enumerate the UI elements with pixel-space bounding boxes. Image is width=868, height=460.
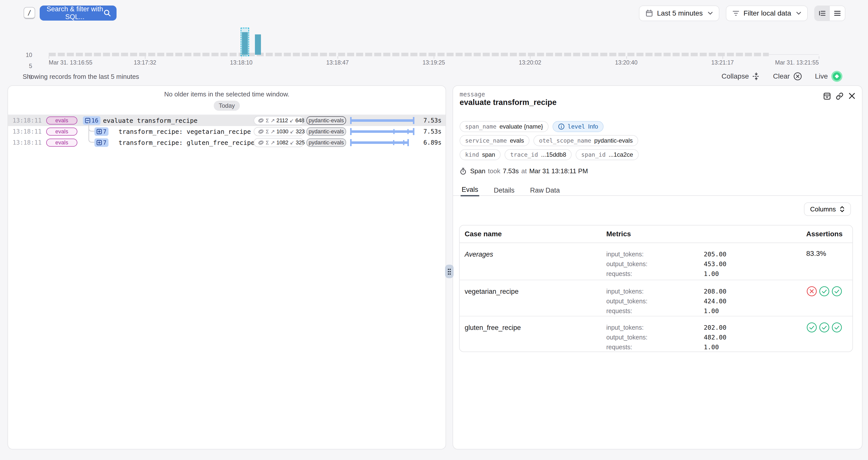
chevron-down-icon xyxy=(796,11,801,15)
filter-select[interactable]: Filter local data xyxy=(726,5,808,21)
span-word: Span xyxy=(470,167,486,175)
metric-label: input_tokens: xyxy=(606,324,704,334)
scope-tag[interactable]: pydantic-evals xyxy=(306,116,346,125)
tree-connector xyxy=(88,122,94,143)
attribute-pill-span-name[interactable]: span_name evaluate {name} xyxy=(460,121,549,132)
attr-key: span_name xyxy=(465,123,497,130)
clear-label: Clear xyxy=(773,72,790,80)
assertion-pass-icon[interactable] xyxy=(819,286,830,297)
span-name: transform_recipe: vegetarian_recipe xyxy=(119,128,251,135)
evals-table: Case name Metrics Assertions Averages in… xyxy=(459,225,853,352)
child-count: 7 xyxy=(103,128,106,135)
service-tag[interactable]: evals xyxy=(46,128,78,136)
zero-baseline-dashes xyxy=(49,53,769,56)
service-tag[interactable]: evals xyxy=(46,117,78,125)
panel-resize-handle[interactable] xyxy=(445,265,454,278)
assertion-pass-icon[interactable] xyxy=(831,286,842,297)
eval-row[interactable]: Averages input_tokens:205.00 output_toke… xyxy=(460,243,852,280)
eval-row[interactable]: gluten_free_recipe input_tokens:202.00 o… xyxy=(460,316,852,353)
info-icon xyxy=(558,123,565,130)
metric-label: requests: xyxy=(606,343,704,353)
sigma-icon: Σ xyxy=(266,129,269,135)
clear-button[interactable]: Clear xyxy=(773,72,802,80)
trace-row[interactable]: 13:18:11 evals 16 evaluate transform_rec… xyxy=(8,115,445,126)
service-tag[interactable]: evals xyxy=(46,139,78,146)
tokens-down-value: 648 xyxy=(296,117,304,124)
x-tick-mark xyxy=(434,56,434,59)
row-timestamp: 13:18:11 xyxy=(12,139,42,146)
tab-evals[interactable]: Evals xyxy=(461,184,479,196)
collapse-button[interactable]: Collapse xyxy=(721,72,760,80)
attribute-pill-service-name[interactable]: service_name evals xyxy=(460,135,529,146)
scope-tag[interactable]: pydantic-evals xyxy=(306,138,346,147)
metrics-cell: input_tokens:208.00 output_tokens:424.00… xyxy=(606,288,726,317)
tab-raw-data[interactable]: Raw Data xyxy=(529,184,561,196)
case-name: Averages xyxy=(465,251,493,258)
detail-title: evaluate transform_recipe xyxy=(460,98,557,107)
baseline-extension xyxy=(769,54,819,55)
x-tick-mark xyxy=(530,56,530,59)
search-button[interactable]: Search & filter with SQL... xyxy=(40,5,117,21)
metric-label: requests: xyxy=(606,307,704,317)
columns-label: Columns xyxy=(810,205,836,213)
x-tick-label: 13:18:10 xyxy=(230,59,253,66)
collapse-icon xyxy=(752,72,760,80)
histogram-bar[interactable] xyxy=(255,34,261,55)
duration-gantt-bar xyxy=(350,139,409,146)
close-icon[interactable] xyxy=(848,92,856,100)
tab-details[interactable]: Details xyxy=(493,184,516,196)
assertion-pass-icon[interactable] xyxy=(806,322,817,333)
columns-button[interactable]: Columns xyxy=(804,202,851,216)
token-stats-pill: Σ ↗ 2112 ↙ 648 xyxy=(254,116,304,125)
token-stats-pill: Σ ↗ 1082 ↙ 325 xyxy=(254,138,304,147)
level-badge[interactable]: level Info xyxy=(553,121,603,132)
slash-shortcut-key: / xyxy=(24,7,35,19)
live-button[interactable]: Live xyxy=(815,71,842,82)
tree-view-toggle[interactable] xyxy=(815,6,830,21)
span-duration-summary: Span took 7.53s at Mar 31 13:18:11 PM xyxy=(460,167,588,175)
copy-link-icon[interactable] xyxy=(836,92,843,100)
live-indicator-icon xyxy=(831,71,842,82)
x-tick-label: 13:18:47 xyxy=(326,59,349,66)
assertion-pass-icon[interactable] xyxy=(819,322,830,333)
x-tick-label: Mar 31. 13:16:55 xyxy=(49,59,92,66)
attr-value: Info xyxy=(588,123,598,130)
dock-panel-icon[interactable] xyxy=(823,92,831,100)
children-toggle-badge[interactable]: 7 xyxy=(94,127,108,136)
timeline-histogram[interactable]: 10 5 0 Mar 31. 13:16:5513:17:3213:18:101… xyxy=(0,23,868,68)
x-tick-mark xyxy=(722,56,723,59)
eval-row[interactable]: vegetarian_recipe input_tokens:208.00 ou… xyxy=(460,280,852,316)
attr-key: kind xyxy=(465,152,479,158)
took-word: took xyxy=(488,167,500,175)
span-detail-panel: message evaluate transform_recipe span_n… xyxy=(453,86,863,450)
metric-value: 482.00 xyxy=(704,334,726,343)
assertion-pass-icon[interactable] xyxy=(831,322,842,333)
attribute-pill-span-id[interactable]: span_id ...1ca2ce xyxy=(576,149,639,160)
arrow-up-right-icon: ↗ xyxy=(271,118,275,124)
tokens-down-value: 323 xyxy=(296,128,305,135)
time-range-select[interactable]: Last 5 minutes xyxy=(639,5,719,21)
assertion-fail-icon[interactable] xyxy=(806,286,817,297)
x-tick-label: 13:19:25 xyxy=(423,59,445,66)
child-count: 7 xyxy=(103,139,106,146)
sort-updown-icon xyxy=(839,206,845,213)
attribute-pill-otel-scope-name[interactable]: otel_scope_name pydantic-evals xyxy=(533,135,638,146)
attribute-pill-kind[interactable]: kind span xyxy=(460,149,501,160)
metric-label: output_tokens: xyxy=(606,260,704,270)
duration-gantt-bar xyxy=(350,128,414,135)
duration-label: 6.89s xyxy=(424,139,441,146)
histogram-bar[interactable] xyxy=(242,32,248,55)
attribute-pill-trace-id[interactable]: trace_id ...15ddb8 xyxy=(504,149,571,160)
list-view-toggle[interactable] xyxy=(830,6,845,21)
trace-row[interactable]: 13:18:11 evals 7 transform_recipe: veget… xyxy=(8,126,445,137)
metric-value: 1.00 xyxy=(704,307,719,317)
trace-row[interactable]: 13:18:11 evals 7 transform_recipe: glute… xyxy=(8,137,445,148)
y-tick-label: 10 xyxy=(20,52,32,59)
trace-list-panel: No older items in the selected time wind… xyxy=(7,86,446,450)
scope-tag[interactable]: pydantic-evals xyxy=(306,127,346,136)
time-range-value: Last 5 minutes xyxy=(657,9,703,17)
children-toggle-badge[interactable]: 7 xyxy=(94,138,108,147)
x-tick-label: 13:17:32 xyxy=(134,59,156,66)
arrow-down-left-icon: ↙ xyxy=(290,129,294,135)
chart-plot-area[interactable]: Mar 31. 13:16:5513:17:3213:18:1013:18:47… xyxy=(49,26,819,56)
